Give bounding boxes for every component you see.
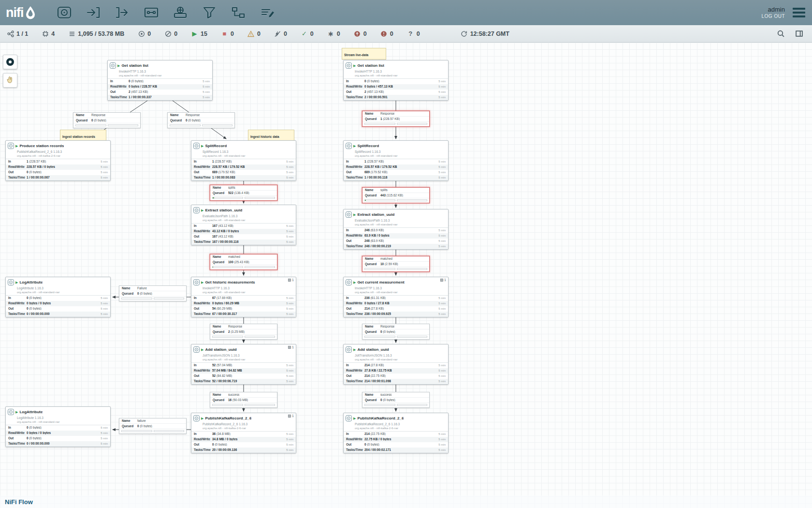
flow-label-text: Stream live-data — [344, 53, 368, 57]
connection-queued-row: Queued10 (2.59 KB) — [362, 262, 429, 267]
connection-label-10[interactable]: Namesuccess Queued0 (0 bytes) — [362, 392, 430, 408]
connection-label-3[interactable]: Namesplits Queued522 (136.4 KB) — [210, 185, 277, 201]
connection-label-4[interactable]: Namesplits Queued443 (115.62 KB) — [362, 187, 430, 203]
nifi-logo: nifi — [6, 5, 36, 20]
status-stopped: ■ 0 — [221, 30, 234, 37]
processor-log-attribute-1[interactable]: ▶ LogAttribute LogAttribute 1.16.3 org.a… — [5, 277, 111, 317]
stat-row-out: Out0 (0 bytes)5 min — [6, 306, 110, 312]
processor-type-icon — [346, 143, 352, 149]
backpressure-bars — [362, 198, 429, 203]
backpressure-size-bar — [397, 268, 428, 270]
global-menu-button[interactable] — [792, 6, 806, 19]
connection-label-5[interactable]: Namematched Queued100 (25.43 KB) — [210, 254, 277, 270]
breadcrumb[interactable]: NiFi Flow — [5, 498, 33, 506]
toolbar-funnel[interactable] — [201, 5, 218, 20]
processor-extract-station-uuid-1[interactable]: ▶ Extract station_uuid EvaluateJsonPath … — [191, 205, 296, 245]
toolbar-template[interactable] — [230, 5, 247, 20]
processor-stats: In52 (57.04 MB)5 min Read/Write57.04 MB … — [191, 362, 296, 384]
flow-label-0[interactable]: Ingest station records — [60, 130, 106, 141]
processor-bundle: org.apache.nifi - nifi-standard-nar — [191, 154, 296, 159]
stat-row-out: Out2 (457.13 KB)5 min — [108, 90, 212, 95]
processor-log-attribute-2[interactable]: ▶ LogAttribute LogAttribute 1.16.3 org.a… — [5, 406, 111, 447]
processor-split-record-2[interactable]: ▶ SplitRecord SplitRecord 1.16.3 org.apa… — [343, 140, 449, 181]
backpressure-bars — [362, 122, 429, 126]
nifi-drop-icon — [25, 6, 36, 19]
processor-extract-station-uuid-2[interactable]: ▶ Extract station_uuid EvaluateJsonPath … — [343, 209, 449, 250]
canvas[interactable]: Ingest station records Ingest historic d… — [0, 43, 812, 508]
status-active-threads: 4 — [42, 30, 55, 37]
processor-produce-station-records[interactable]: ▶ Produce station records PublishKafkaRe… — [5, 140, 111, 181]
backpressure-bars — [119, 297, 186, 301]
processor-get-station-list-2[interactable]: ▶ Get station list InvokeHTTP 1.16.3 org… — [343, 60, 449, 101]
processor-type: InvokeHTTP 1.16.3 — [108, 69, 212, 74]
stat-row-tasks-time: Tasks/Time52 / 00:00:06.7195 min — [191, 379, 296, 384]
processor-add-station-uuid-1[interactable]: 1 ▶ Add station_uuid JoltTransformJSON 1… — [191, 344, 296, 385]
refresh-icon[interactable] — [461, 30, 468, 37]
navigate-palette-button[interactable] — [3, 55, 17, 69]
toolbar-label[interactable] — [259, 5, 276, 20]
toolbar-remote-process-group[interactable] — [172, 5, 189, 20]
connection-label-7[interactable]: NameResponse Queued2 (3.25 MB) — [210, 324, 277, 340]
active-threads-count: 1 — [292, 414, 294, 418]
connection-label-8[interactable]: NameResponse Queued0 (0 bytes) — [362, 324, 430, 340]
processor-stats: In236 (61.31 KB)5 min Read/Write0 bytes … — [344, 295, 448, 317]
run-status-icon: ▶ — [201, 281, 203, 284]
processor-get-current-measurement[interactable]: 1 ▶ Get current measurement InvokeHTTP 1… — [343, 277, 449, 317]
status-running: ▶ 15 — [191, 30, 207, 37]
processor-type: SplitRecord 1.16.3 — [191, 149, 296, 154]
stat-row-tasks-time: Tasks/Time2 / 00:00:00.5015 min — [344, 95, 448, 100]
connection-label-1[interactable]: NameResponse Queued0 (0 bytes) — [167, 112, 235, 128]
processor-get-historic-measurements[interactable]: 1 ▶ Get historic measurements InvokeHTTP… — [191, 277, 296, 317]
toolbar-processor[interactable] — [56, 5, 73, 20]
hand-tool-button[interactable] — [3, 73, 17, 88]
toolbar-output-port[interactable] — [114, 5, 131, 20]
search-button[interactable] — [774, 28, 787, 40]
stopped-icon: ■ — [221, 30, 228, 37]
processor-type-icon — [193, 415, 200, 421]
stat-row-tasks-time: Tasks/Time20 / 00:00:09.1365 min — [191, 448, 296, 453]
stat-row-out: Out214 (27.8 KB)5 min — [344, 306, 448, 312]
up-to-date-count: 0 — [310, 30, 314, 37]
processor-publish-kafka-record-1[interactable]: 1 ▶ PublishKafkaRecord_2_6 PublishKafkaR… — [191, 413, 296, 453]
processor-bundle: org.apache.nifi - nifi-standard-nar — [344, 223, 448, 227]
processor-type: InvokeHTTP 1.16.3 — [191, 286, 296, 290]
locally-modified-count: 0 — [337, 30, 340, 37]
stat-row-tasks-time: Tasks/Time1 / 00:00:00.1185 min — [344, 175, 448, 180]
running-count: 15 — [201, 30, 207, 37]
backpressure-object-bar — [364, 199, 395, 201]
connection-label-0[interactable]: NameResponse Queued0 (0 bytes) — [73, 112, 141, 128]
hand-icon — [5, 75, 15, 85]
processor-add-station-uuid-2[interactable]: ▶ Add station_uuid JoltTransformJSON 1.1… — [343, 344, 449, 385]
processor-bundle: org.apache.nifi - nifi-standard-nar — [344, 358, 448, 362]
processor-bundle: org.apache.nifi - nifi-standard-nar — [191, 358, 296, 362]
processor-stats: In1 (228.57 KB)5 min Read/Write228.57 KB… — [191, 159, 296, 180]
stat-row-read-write: Read/Write57.04 MB / 84.82 MB5 min — [191, 368, 296, 374]
processor-type-icon — [8, 409, 14, 415]
logout-link[interactable]: LOG OUT — [761, 14, 785, 20]
processor-split-record-1[interactable]: ▶ SplitRecord SplitRecord 1.16.3 org.apa… — [191, 140, 296, 181]
connection-label-6[interactable]: Namematched Queued10 (2.59 KB) — [362, 256, 430, 272]
flow-label-text: Ingest station records — [62, 135, 95, 138]
user-block: admin LOG OUT — [761, 6, 785, 20]
processor-publish-kafka-record-2[interactable]: ▶ PublishKafkaRecord_2_6 PublishKafkaRec… — [343, 413, 449, 453]
connection-label-9[interactable]: Namesuccess Queued16 (50.03 MB) — [210, 392, 277, 408]
status-cluster: 1 / 1 — [7, 30, 28, 37]
connection-label-12[interactable]: Namefailure Queued0 (0 bytes) — [119, 418, 187, 434]
flow-label-2[interactable]: Stream live-data — [342, 48, 386, 60]
connection-label-11[interactable]: NameFailure Queued0 (0 bytes) — [119, 285, 187, 301]
connection-name-row: NameResponse — [362, 324, 429, 329]
run-status-icon: ▶ — [15, 410, 18, 414]
processor-type: EvaluateJsonPath 1.16.3 — [344, 218, 448, 223]
processor-get-station-list-1[interactable]: ▶ Get station list InvokeHTTP 1.16.3 org… — [107, 60, 213, 101]
toolbar-process-group[interactable] — [143, 5, 160, 20]
backpressure-size-bar — [202, 124, 233, 126]
flow-label-1[interactable]: Ingest historic data — [248, 130, 294, 141]
stat-row-out: Out0 (0 bytes)5 min — [6, 170, 110, 175]
connection-label-2[interactable]: NameResponse Queued1 (228.57 KB) — [362, 111, 430, 127]
threads-badge-icon — [288, 346, 291, 349]
toolbar-input-port[interactable] — [85, 5, 102, 20]
panel-toggle-button[interactable] — [793, 28, 805, 40]
invalid-count: 0 — [257, 30, 261, 37]
connection-name-row: NameResponse — [168, 113, 234, 118]
backpressure-bars — [210, 403, 277, 407]
